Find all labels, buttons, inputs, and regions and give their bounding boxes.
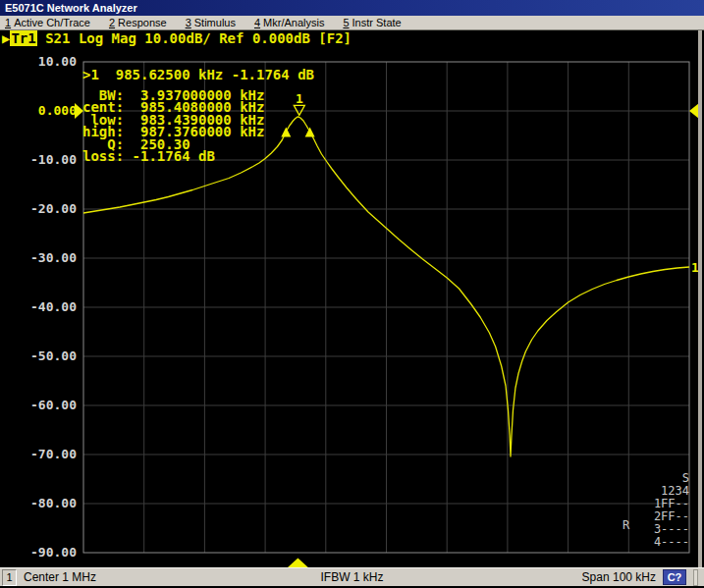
receiver-r-label: R bbox=[623, 518, 629, 532]
correction-status-badge: C? bbox=[663, 569, 686, 585]
window-titlebar[interactable]: E5071C Network Analyzer bbox=[0, 0, 704, 16]
y-axis-label: -30.00 bbox=[6, 250, 77, 266]
y-axis-label: 0.000 bbox=[6, 103, 77, 119]
stimulus-marker-triangle-icon[interactable] bbox=[287, 559, 309, 568]
marker-readout-header: >1 985.62500 kHz -1.1764 dB bbox=[82, 68, 314, 81]
status-bar: 1 Center 1 MHz IFBW 1 kHz Span 100 kHz C… bbox=[0, 567, 704, 586]
marker-1-triangle-icon[interactable] bbox=[294, 105, 304, 115]
trace-format-text: S21 Log Mag 10.00dB/ Ref 0.000dB [F2] bbox=[37, 30, 352, 46]
menu-item-stimulus[interactable]: 3Stimulus bbox=[186, 17, 236, 28]
port-receiver-status: S 1234 1FF-- 2FF-- 3---- 4---- bbox=[628, 472, 689, 549]
y-axis-label: -70.00 bbox=[6, 447, 77, 462]
menu-bar: 1Active Ch/Trace 2Response 3Stimulus 4Mk… bbox=[0, 16, 704, 30]
y-axis-label: -60.00 bbox=[6, 398, 77, 413]
marker-1-label: 1 bbox=[296, 91, 303, 106]
instrument-screen: E5071C Network Analyzer 1Active Ch/Trace… bbox=[0, 0, 704, 588]
y-axis-label: -80.00 bbox=[6, 496, 77, 511]
active-trace-badge: Tr1 bbox=[10, 30, 36, 46]
y-axis-label: -50.00 bbox=[6, 348, 77, 364]
y-axis-label: -90.00 bbox=[6, 545, 77, 561]
y-axis-label: 10.00 bbox=[6, 54, 77, 70]
menu-item-response[interactable]: 2Response bbox=[109, 17, 167, 28]
trace-status-line[interactable]: ▶Tr1 S21 Log Mag 10.00dB/ Ref 0.000dB [F… bbox=[2, 31, 352, 46]
span-text: Span 100 kHz bbox=[582, 570, 656, 584]
menu-item-instr-state[interactable]: 5Instr State bbox=[343, 17, 401, 28]
window-title: E5071C Network Analyzer bbox=[5, 2, 137, 14]
bandwidth-search-readout: BW: 3.937000000 kHz cent: 985.4080000 kH… bbox=[82, 89, 264, 162]
menu-item-active-ch-trace[interactable]: 1Active Ch/Trace bbox=[5, 17, 90, 28]
y-axis-label: -40.00 bbox=[6, 299, 77, 315]
statusbar-endcap bbox=[693, 569, 698, 586]
y-axis-label: -10.00 bbox=[6, 152, 77, 168]
bw-marker-low-icon bbox=[281, 127, 291, 136]
menu-item-mkr-analysis[interactable]: 4Mkr/Analysis bbox=[254, 17, 324, 28]
y-axis-label: -20.00 bbox=[6, 201, 77, 217]
analyzer-display: 11 ▶Tr1 S21 Log Mag 10.00dB/ Ref 0.000dB… bbox=[0, 30, 704, 567]
bw-marker-high-icon bbox=[305, 127, 315, 136]
right-edge-strip bbox=[698, 30, 702, 567]
